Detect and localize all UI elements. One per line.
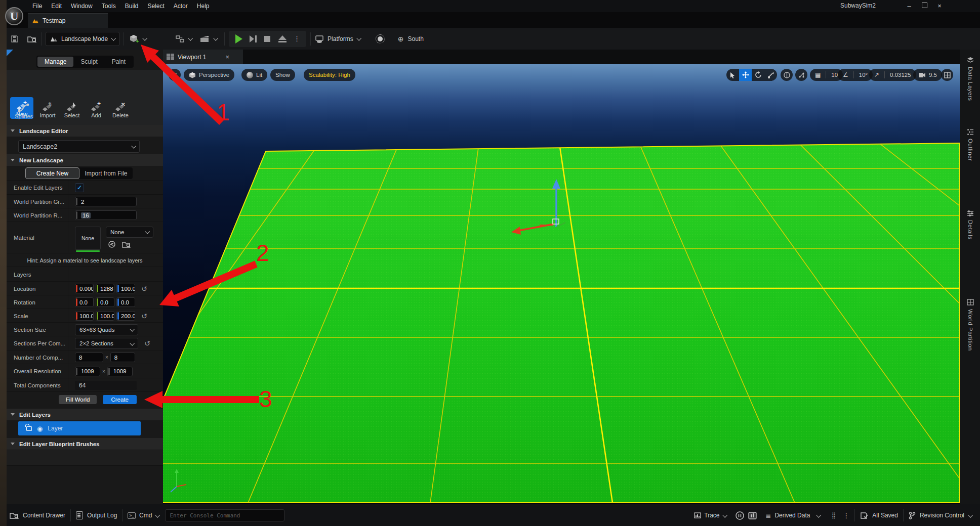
all-saved-button[interactable]: All Saved <box>860 512 898 519</box>
location-y-input[interactable]: 1288 <box>96 284 114 293</box>
compass-crosshair-icon[interactable]: ⊕ <box>398 35 404 43</box>
cinematics-button[interactable] <box>200 35 217 43</box>
unlock-icon[interactable] <box>26 426 32 431</box>
viewport-tab[interactable]: Viewport 1 × <box>163 50 243 64</box>
section-edit-layer-bp-brushes[interactable]: Edit Layer Blueprint Brushes <box>7 438 163 450</box>
wp-grid-input[interactable]: 2 <box>75 197 137 206</box>
tool-select[interactable]: Select <box>60 99 84 118</box>
angle-snap-control[interactable]: ∠ 10° <box>838 69 873 81</box>
menu-tools[interactable]: Tools <box>97 0 120 12</box>
menu-help[interactable]: Help <box>192 0 214 12</box>
landscape-select-dropdown[interactable]: Landscape2 <box>18 140 140 153</box>
components-y-input[interactable]: 8 <box>110 353 135 362</box>
play-options-kebab-icon[interactable]: ⋮ <box>294 35 300 42</box>
platforms-button[interactable]: Platforms <box>315 35 360 43</box>
tab-sculpt[interactable]: Sculpt <box>73 57 104 67</box>
tool-add[interactable]: + Add <box>85 99 108 118</box>
menu-file[interactable]: File <box>28 0 47 12</box>
tool-splines[interactable]: Splines <box>12 100 35 119</box>
rotation-z-input[interactable]: 0.0 <box>116 297 135 307</box>
section-landscape-editor[interactable]: Landscape Editor <box>7 125 163 137</box>
wp-region-input[interactable]: 16 <box>75 210 137 220</box>
viewport-tab-close-icon[interactable]: × <box>225 53 229 61</box>
maximize-viewport-button[interactable] <box>941 69 953 81</box>
world-local-gizmo-button[interactable] <box>781 69 793 81</box>
section-edit-layers[interactable]: Edit Layers <box>7 409 163 420</box>
trace-dropdown[interactable]: Trace <box>694 512 726 519</box>
create-button[interactable]: Create <box>103 395 137 404</box>
viewport-options-hamburger-icon[interactable]: ≡ <box>169 69 181 81</box>
scale-tool[interactable] <box>764 69 777 81</box>
components-x-input[interactable]: 8 <box>75 353 103 362</box>
menu-build[interactable]: Build <box>120 0 143 12</box>
material-dropdown[interactable]: None <box>106 227 153 238</box>
tab-details[interactable]: Details <box>960 210 980 240</box>
content-drawer-button[interactable]: Content Drawer <box>10 512 65 519</box>
tab-paint[interactable]: Paint <box>105 57 133 67</box>
resolution-x-input[interactable]: 1009 <box>75 367 100 376</box>
menu-edit[interactable]: Edit <box>47 0 66 12</box>
section-new-landscape[interactable]: New Landscape <box>7 154 163 166</box>
select-tool[interactable] <box>726 69 739 81</box>
memory-grid-icon[interactable]: ⣿ <box>831 512 836 519</box>
unreal-logo[interactable]: U <box>5 7 23 25</box>
location-x-input[interactable]: 0.000 <box>75 284 94 293</box>
tool-import[interactable]: ⇅ Import <box>36 99 59 118</box>
menu-actor[interactable]: Actor <box>169 0 192 12</box>
cmd-dropdown[interactable]: >_ Cmd <box>128 512 159 519</box>
camera-speed-control[interactable]: 9.5 <box>913 69 942 81</box>
fill-world-button[interactable]: Fill World <box>59 395 97 404</box>
menu-select[interactable]: Select <box>143 0 169 12</box>
perspective-dropdown[interactable]: Perspective <box>184 69 234 81</box>
edit-layer-item[interactable]: ◉ Layer <box>18 421 141 435</box>
location-z-input[interactable]: 100.0 <box>116 284 135 293</box>
close-button[interactable]: × <box>932 1 947 12</box>
tab-outliner[interactable]: Outliner <box>960 128 980 161</box>
create-new-toggle[interactable]: Create New <box>25 167 79 179</box>
more-options-kebab-icon[interactable]: ⋮ <box>843 512 849 519</box>
scale-snap-control[interactable]: ↗ 0.03125 <box>869 69 916 81</box>
scale-x-input[interactable]: 100.0 <box>75 311 94 321</box>
sections-per-component-dropdown[interactable]: 2×2 Sections <box>75 338 138 349</box>
asset-tab-testmap[interactable]: Testmap <box>28 13 108 28</box>
enable-edit-layers-checkbox[interactable]: ✓ <box>75 183 84 192</box>
tab-manage[interactable]: Manage <box>37 57 73 67</box>
use-selected-asset-icon[interactable] <box>108 241 116 248</box>
play-button[interactable] <box>235 34 242 43</box>
tab-world-partition[interactable]: World Partition <box>960 299 980 351</box>
resolution-y-input[interactable]: 1009 <box>107 367 133 376</box>
reset-sections-icon[interactable]: ↺ <box>144 339 150 347</box>
move-tool[interactable] <box>739 69 752 81</box>
add-actor-button[interactable]: + <box>129 34 146 43</box>
maximize-button[interactable] <box>917 1 932 12</box>
blueprints-button[interactable] <box>176 35 192 43</box>
eject-button[interactable] <box>278 35 287 42</box>
scalability-badge[interactable]: Scalability: High <box>304 69 355 81</box>
layer-visibility-eye-icon[interactable]: ◉ <box>37 425 43 432</box>
tool-delete[interactable]: ✕ Delete <box>109 99 132 118</box>
rotation-x-input[interactable]: 0.0 <box>75 297 94 307</box>
derived-data-dropdown[interactable]: ≣ Derived Data <box>766 512 821 519</box>
surface-snap-button[interactable] <box>795 69 807 81</box>
preview-lighting-sun-icon[interactable] <box>378 36 383 41</box>
skip-button[interactable] <box>250 35 257 42</box>
reset-scale-icon[interactable]: ↺ <box>141 312 147 320</box>
revision-control-dropdown[interactable]: Revision Control <box>909 512 972 519</box>
scale-y-input[interactable]: 100.0 <box>96 311 114 321</box>
lit-mode-dropdown[interactable]: Lit <box>241 69 267 81</box>
insights-pause-icon[interactable] <box>736 511 744 520</box>
viewport-canvas[interactable]: ≡ Perspective Lit Show Scalability: High <box>163 64 960 504</box>
save-icon[interactable] <box>11 35 19 43</box>
content-browser-icon[interactable] <box>27 35 37 43</box>
scale-z-input[interactable]: 200.0 <box>116 311 135 321</box>
material-thumbnail[interactable]: None <box>75 227 101 252</box>
import-from-file-toggle[interactable]: Import from File <box>79 167 133 179</box>
stop-button[interactable] <box>264 36 270 42</box>
screenshot-icon[interactable] <box>748 511 757 520</box>
mode-selector[interactable]: Landscape Mode <box>46 32 119 46</box>
reset-location-icon[interactable]: ↺ <box>141 285 147 293</box>
browse-to-asset-icon[interactable] <box>122 241 131 248</box>
output-log-button[interactable]: Output Log <box>76 511 117 519</box>
section-size-dropdown[interactable]: 63×63 Quads <box>75 324 138 335</box>
tab-data-layers[interactable]: Data Layers <box>960 57 980 101</box>
